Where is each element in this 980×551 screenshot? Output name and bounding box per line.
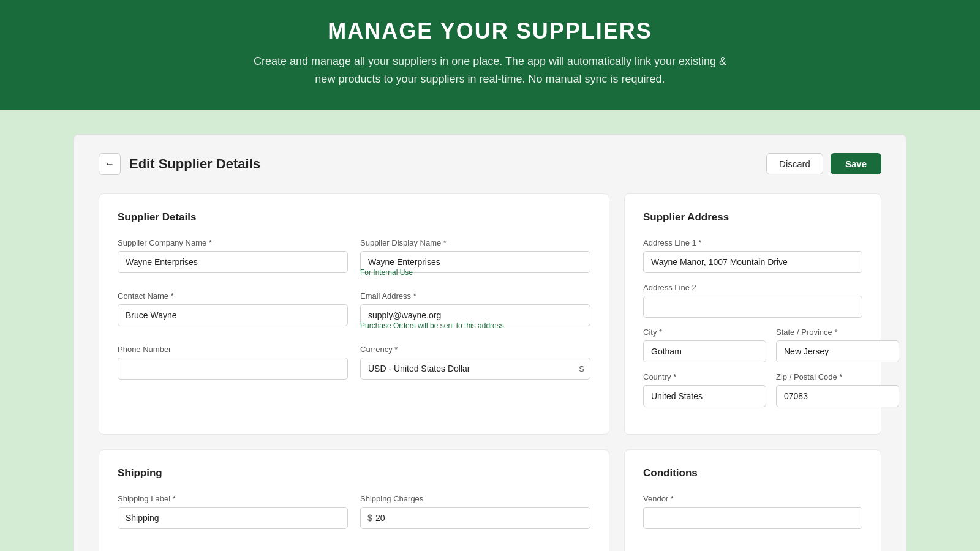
bottom-form-layout: Shipping Shipping Label * Shipping Charg… bbox=[99, 435, 881, 551]
header-title: MANAGE YOUR SUPPLIERS bbox=[12, 18, 968, 44]
contact-name-group: Contact Name * bbox=[118, 291, 348, 332]
shipping-label-group: Shipping Label * bbox=[118, 494, 348, 529]
country-group: Country * bbox=[643, 372, 766, 407]
conditions-card: Conditions Vendor * bbox=[624, 449, 881, 551]
shipping-charges-label: Shipping Charges bbox=[360, 494, 590, 503]
phone-input[interactable] bbox=[118, 358, 348, 380]
supplier-details-title: Supplier Details bbox=[118, 211, 590, 223]
company-name-input[interactable] bbox=[118, 251, 348, 273]
phone-group: Phone Number bbox=[118, 345, 348, 380]
currency-prefix-icon: $ bbox=[368, 513, 372, 523]
supplier-address-title: Supplier Address bbox=[643, 211, 862, 223]
conditions-title: Conditions bbox=[643, 467, 862, 479]
address2-group: Address Line 2 bbox=[643, 283, 862, 318]
shipping-charges-wrapper: $ bbox=[360, 507, 590, 529]
discard-button[interactable]: Discard bbox=[766, 153, 823, 174]
company-name-label: Supplier Company Name * bbox=[118, 238, 348, 247]
shipping-charges-group: Shipping Charges $ bbox=[360, 494, 590, 529]
currency-label: Currency * bbox=[360, 345, 590, 354]
country-input[interactable] bbox=[643, 385, 766, 407]
address1-input[interactable] bbox=[643, 251, 862, 273]
company-display-row: Supplier Company Name * Supplier Display… bbox=[118, 238, 590, 279]
contact-name-label: Contact Name * bbox=[118, 291, 348, 301]
top-bar-left: ← Edit Supplier Details bbox=[99, 153, 260, 175]
zip-group: Zip / Postal Code * bbox=[776, 372, 899, 407]
vendor-label: Vendor * bbox=[643, 494, 862, 503]
shipping-label-input[interactable] bbox=[118, 507, 348, 529]
supplier-address-card: Supplier Address Address Line 1 * Addres… bbox=[624, 193, 881, 435]
shipping-charges-input[interactable] bbox=[360, 507, 590, 529]
address1-group: Address Line 1 * bbox=[643, 238, 862, 273]
city-group: City * bbox=[643, 328, 766, 362]
display-name-group: Supplier Display Name * For Internal Use bbox=[360, 238, 590, 279]
page-title: Edit Supplier Details bbox=[129, 156, 260, 172]
state-label: State / Province * bbox=[776, 328, 899, 337]
zip-input[interactable] bbox=[776, 385, 899, 407]
save-button[interactable]: Save bbox=[831, 153, 881, 174]
supplier-details-card: Supplier Details Supplier Company Name *… bbox=[99, 193, 609, 435]
address2-input[interactable] bbox=[643, 296, 862, 318]
state-input[interactable] bbox=[776, 340, 899, 362]
contact-email-row: Contact Name * Email Address * Purchase … bbox=[118, 291, 590, 332]
zip-label: Zip / Postal Code * bbox=[776, 372, 899, 381]
vendor-group: Vendor * bbox=[643, 494, 862, 529]
form-layout: Supplier Details Supplier Company Name *… bbox=[99, 193, 881, 435]
top-bar-actions: Discard Save bbox=[766, 153, 881, 174]
city-state-row: City * State / Province * bbox=[643, 328, 862, 362]
vendor-input[interactable] bbox=[643, 507, 862, 529]
currency-select-wrapper: USD - United States Dollar EUR - Euro GB… bbox=[360, 358, 590, 380]
email-label: Email Address * bbox=[360, 291, 590, 301]
city-input[interactable] bbox=[643, 340, 766, 362]
currency-select[interactable]: USD - United States Dollar EUR - Euro GB… bbox=[360, 358, 590, 380]
phone-currency-row: Phone Number Currency * USD - United Sta… bbox=[118, 345, 590, 380]
address2-label: Address Line 2 bbox=[643, 283, 862, 292]
shipping-label-label: Shipping Label * bbox=[118, 494, 348, 503]
shipping-title: Shipping bbox=[118, 467, 590, 479]
display-name-hint: For Internal Use bbox=[360, 268, 590, 277]
email-hint: Purchase Orders will be sent to this add… bbox=[360, 321, 590, 330]
address1-label: Address Line 1 * bbox=[643, 238, 862, 247]
city-label: City * bbox=[643, 328, 766, 337]
main-content: ← Edit Supplier Details Discard Save Sup… bbox=[0, 110, 980, 551]
country-zip-row: Country * Zip / Postal Code * bbox=[643, 372, 862, 407]
state-group: State / Province * bbox=[776, 328, 899, 362]
header-subtitle: Create and manage all your suppliers in … bbox=[245, 53, 735, 88]
shipping-card: Shipping Shipping Label * Shipping Charg… bbox=[99, 449, 609, 551]
company-name-group: Supplier Company Name * bbox=[118, 238, 348, 279]
contact-name-input[interactable] bbox=[118, 304, 348, 326]
page-header: MANAGE YOUR SUPPLIERS Create and manage … bbox=[0, 0, 980, 110]
display-name-label: Supplier Display Name * bbox=[360, 238, 590, 247]
country-label: Country * bbox=[643, 372, 766, 381]
back-button[interactable]: ← bbox=[99, 153, 121, 175]
email-group: Email Address * Purchase Orders will be … bbox=[360, 291, 590, 332]
top-bar: ← Edit Supplier Details Discard Save bbox=[99, 153, 881, 175]
phone-label: Phone Number bbox=[118, 345, 348, 354]
shipping-fields-row: Shipping Label * Shipping Charges $ bbox=[118, 494, 590, 529]
currency-group: Currency * USD - United States Dollar EU… bbox=[360, 345, 590, 380]
page-container: ← Edit Supplier Details Discard Save Sup… bbox=[74, 134, 907, 551]
